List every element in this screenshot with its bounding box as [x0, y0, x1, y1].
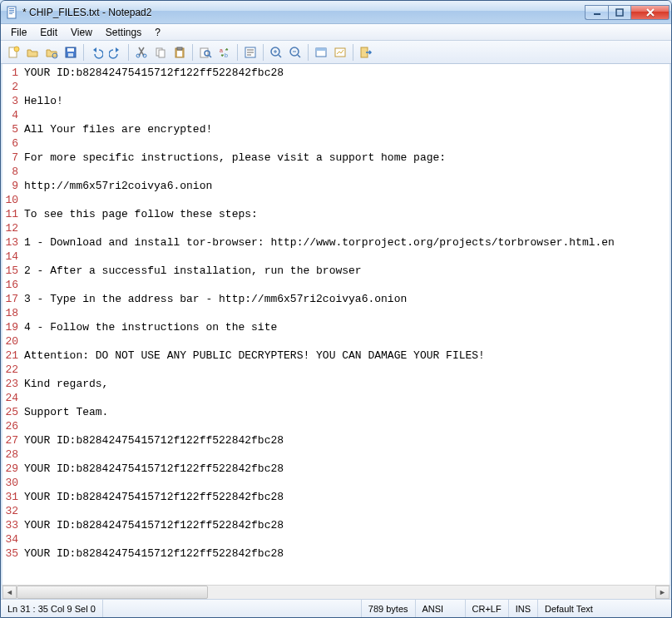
menu-view[interactable]: View [64, 24, 99, 40]
menu-edit[interactable]: Edit [33, 24, 64, 40]
new-file-icon[interactable] [4, 43, 22, 62]
copy-icon[interactable] [151, 43, 170, 62]
svg-point-8 [14, 47, 19, 52]
scroll-right-button[interactable]: ► [655, 586, 670, 599]
status-mode[interactable]: INS [509, 600, 538, 617]
save-icon[interactable] [62, 43, 80, 62]
horizontal-scrollbar[interactable]: ◄ ► [1, 585, 671, 599]
scheme-icon[interactable] [312, 43, 330, 62]
svg-line-34 [298, 55, 300, 57]
open-file-icon[interactable] [23, 43, 42, 62]
svg-rect-16 [159, 50, 165, 57]
status-eol[interactable]: CR+LF [466, 600, 509, 617]
scroll-thumb[interactable] [17, 586, 208, 599]
cut-icon[interactable] [132, 43, 151, 62]
menu-file[interactable]: File [4, 24, 33, 40]
svg-rect-6 [616, 9, 623, 16]
status-position: Ln 31 : 35 Col 9 Sel 0 [1, 600, 103, 617]
svg-rect-12 [68, 53, 73, 57]
svg-text:b: b [225, 52, 228, 58]
status-encoding[interactable]: ANSI [416, 600, 466, 617]
scroll-track[interactable] [17, 586, 655, 599]
status-spacer [103, 600, 362, 617]
separator [263, 44, 264, 61]
window-buttons [585, 5, 670, 20]
minimize-button[interactable] [585, 5, 608, 20]
svg-line-22 [209, 55, 211, 57]
menubar: File Edit View Settings ? [1, 24, 671, 41]
undo-icon[interactable] [87, 43, 106, 62]
app-icon [6, 6, 19, 19]
svg-line-30 [279, 55, 281, 57]
paste-icon[interactable] [170, 43, 189, 62]
svg-rect-11 [67, 48, 74, 52]
status-bytes: 789 bytes [362, 600, 416, 617]
svg-rect-18 [177, 47, 182, 50]
redo-icon[interactable] [106, 43, 125, 62]
svg-rect-19 [177, 51, 182, 57]
scroll-left-button[interactable]: ◄ [2, 586, 17, 599]
statusbar: Ln 31 : 35 Col 9 Sel 0 789 bytes ANSI CR… [1, 599, 671, 617]
line-number-gutter: 1 2 3 4 5 6 7 8 9 10 11 12 13 14 15 16 1… [2, 64, 21, 585]
menu-help[interactable]: ? [148, 24, 167, 40]
find-icon[interactable] [196, 43, 215, 62]
separator [353, 44, 353, 61]
status-filetype[interactable]: Default Text [538, 600, 671, 617]
window-title: * CHIP_FILES.txt - Notepad2 [22, 7, 585, 18]
wordwrap-icon[interactable] [241, 43, 259, 62]
svg-rect-5 [594, 13, 600, 15]
zoom-out-icon[interactable] [286, 43, 304, 62]
close-button[interactable] [631, 5, 670, 20]
separator [83, 44, 84, 61]
menu-settings[interactable]: Settings [99, 24, 148, 40]
toolbar: ab [1, 41, 671, 64]
separator [192, 44, 193, 61]
browse-icon[interactable] [42, 43, 61, 62]
zoom-in-icon[interactable] [267, 43, 285, 62]
separator [308, 44, 309, 61]
separator [128, 44, 129, 61]
svg-rect-2 [9, 10, 14, 11]
customize-icon[interactable] [331, 43, 349, 62]
exit-icon[interactable] [357, 43, 375, 62]
svg-rect-1 [9, 8, 14, 9]
svg-text:a: a [220, 47, 223, 53]
app-window: * CHIP_FILES.txt - Notepad2 File Edit Vi… [0, 0, 672, 618]
svg-rect-3 [9, 12, 14, 12]
editor-area[interactable]: 1 2 3 4 5 6 7 8 9 10 11 12 13 14 15 16 1… [1, 64, 671, 585]
maximize-button[interactable] [608, 5, 631, 20]
titlebar[interactable]: * CHIP_FILES.txt - Notepad2 [1, 1, 671, 24]
separator [237, 44, 238, 61]
svg-rect-4 [9, 13, 12, 14]
replace-icon[interactable]: ab [215, 43, 234, 62]
svg-rect-37 [316, 48, 326, 51]
text-content[interactable]: YOUR ID:b82842475415712f122ff522842fbc28… [21, 64, 670, 585]
